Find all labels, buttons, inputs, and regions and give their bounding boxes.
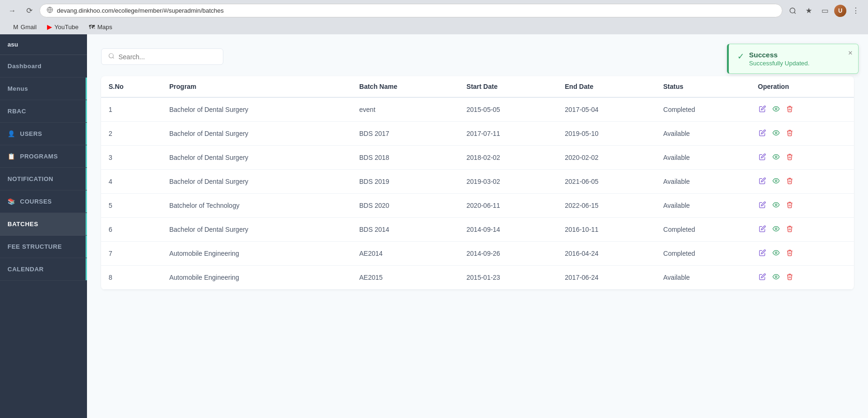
cell-status: Completed (656, 97, 750, 122)
cell-start-date: 2014-09-26 (459, 242, 557, 266)
view-button[interactable] (772, 224, 781, 235)
cell-start-date: 2015-05-05 (459, 97, 557, 122)
sidebar-item-batches[interactable]: BATCHES (0, 213, 87, 236)
cell-sno: 8 (101, 266, 162, 290)
delete-button[interactable] (785, 248, 794, 259)
reload-button[interactable]: ⟳ (23, 4, 36, 17)
sidebar-nav: Dashboard Menus RBAC 👤 USERS 📋 PROGRAMS (0, 55, 87, 418)
cell-end-date: 2020-02-02 (557, 146, 655, 170)
profile-avatar[interactable]: U (834, 5, 846, 17)
col-status: Status (656, 76, 750, 97)
bookmark-youtube[interactable]: ▶ YouTube (45, 22, 80, 32)
view-button[interactable] (772, 104, 781, 115)
sidebar-item-menus[interactable]: Menus (0, 78, 87, 100)
cell-status: Completed (656, 242, 750, 266)
bookmark-maps[interactable]: 🗺 Maps (87, 23, 114, 32)
svg-point-8 (775, 156, 777, 158)
rbac-label: RBAC (8, 108, 26, 115)
cell-batch-name: event (352, 97, 459, 122)
svg-point-6 (775, 108, 777, 110)
table-row: 6 Bachelor of Dental Surgery BDS 2014 20… (101, 218, 854, 242)
toast-content: Success Successfully Updated. (749, 51, 810, 67)
table-row: 8 Automobile Engineering AE2015 2015-01-… (101, 266, 854, 290)
col-program: Program (162, 76, 352, 97)
sidebar-item-calendar[interactable]: CALENDAR (0, 258, 87, 281)
cell-start-date: 2014-09-14 (459, 218, 557, 242)
cell-status: Available (656, 170, 750, 194)
programs-icon: 📋 (8, 153, 16, 160)
cell-program: Bachelor of Dental Surgery (162, 218, 352, 242)
search-input[interactable] (118, 53, 216, 61)
cell-operations (750, 242, 854, 266)
sidebar-item-users[interactable]: 👤 USERS (0, 123, 87, 145)
cell-program: Bachelor of Dental Surgery (162, 146, 352, 170)
cell-batch-name: BDS 2017 (352, 122, 459, 146)
sidebar-item-dashboard[interactable]: Dashboard (0, 55, 87, 78)
cell-sno: 5 (101, 194, 162, 218)
edit-button[interactable] (758, 128, 767, 139)
cell-batch-name: BDS 2014 (352, 218, 459, 242)
delete-button[interactable] (785, 152, 794, 163)
delete-button[interactable] (785, 176, 794, 187)
view-button[interactable] (772, 176, 781, 187)
sidebar-item-courses[interactable]: 📚 COURSES (0, 190, 87, 213)
cell-start-date: 2015-01-23 (459, 266, 557, 290)
delete-button[interactable] (785, 104, 794, 115)
users-label: USERS (20, 130, 42, 137)
edit-button[interactable] (758, 104, 767, 115)
maps-label: Maps (97, 24, 112, 31)
menu-button[interactable]: ⋮ (849, 4, 862, 17)
view-button[interactable] (772, 272, 781, 283)
svg-point-11 (775, 228, 777, 230)
toast-close-button[interactable]: × (848, 49, 852, 57)
table-area: S.No Program Batch Name Start Date End D… (87, 34, 868, 304)
delete-button[interactable] (785, 224, 794, 235)
view-button[interactable] (772, 248, 781, 259)
programs-label: PROGRAMS (20, 153, 58, 160)
svg-point-4 (109, 54, 113, 58)
sidebar-item-programs[interactable]: 📋 PROGRAMS (0, 145, 87, 168)
cell-program: Bachelor of Dental Surgery (162, 97, 352, 122)
edit-button[interactable] (758, 272, 767, 283)
edit-button[interactable] (758, 224, 767, 235)
view-button[interactable] (772, 200, 781, 211)
back-button[interactable]: → (6, 4, 19, 17)
table-body: 1 Bachelor of Dental Surgery event 2015-… (101, 97, 854, 290)
cell-end-date: 2016-10-11 (557, 218, 655, 242)
cell-end-date: 2016-04-24 (557, 242, 655, 266)
youtube-label: YouTube (55, 24, 79, 31)
bookmark-gmail[interactable]: M Gmail (11, 23, 39, 32)
edit-button[interactable] (758, 152, 767, 163)
calendar-label: CALENDAR (8, 266, 44, 273)
col-end-date: End Date (557, 76, 655, 97)
browser-toolbar: → ⟳ devang.dinkhoo.com/ecollege/member/#… (6, 4, 862, 20)
tab-view-button[interactable]: ▭ (818, 4, 831, 17)
svg-point-12 (775, 252, 777, 254)
col-sno: S.No (101, 76, 162, 97)
sidebar-item-fee-structure[interactable]: FEE STRUCTURE (0, 236, 87, 258)
edit-button[interactable] (758, 200, 767, 211)
table-header-row: S.No Program Batch Name Start Date End D… (101, 76, 854, 97)
delete-button[interactable] (785, 200, 794, 211)
cell-status: Available (656, 122, 750, 146)
cell-start-date: 2017-07-11 (459, 122, 557, 146)
delete-button[interactable] (785, 272, 794, 283)
edit-button[interactable] (758, 176, 767, 187)
sidebar-item-rbac[interactable]: RBAC (0, 100, 87, 123)
cell-operations (750, 146, 854, 170)
table-header: S.No Program Batch Name Start Date End D… (101, 76, 854, 97)
svg-point-10 (775, 204, 777, 206)
cell-batch-name: BDS 2019 (352, 170, 459, 194)
dashboard-label: Dashboard (8, 63, 41, 70)
maps-icon: 🗺 (89, 24, 95, 31)
bookmark-button[interactable]: ★ (802, 4, 815, 17)
view-button[interactable] (772, 152, 781, 163)
col-operation: Operation (750, 76, 854, 97)
search-toolbar-button[interactable] (786, 4, 799, 17)
edit-button[interactable] (758, 248, 767, 259)
cell-operations (750, 122, 854, 146)
cell-status: Available (656, 266, 750, 290)
delete-button[interactable] (785, 128, 794, 139)
view-button[interactable] (772, 128, 781, 139)
sidebar-item-notification[interactable]: NOTIFICATION (0, 168, 87, 190)
